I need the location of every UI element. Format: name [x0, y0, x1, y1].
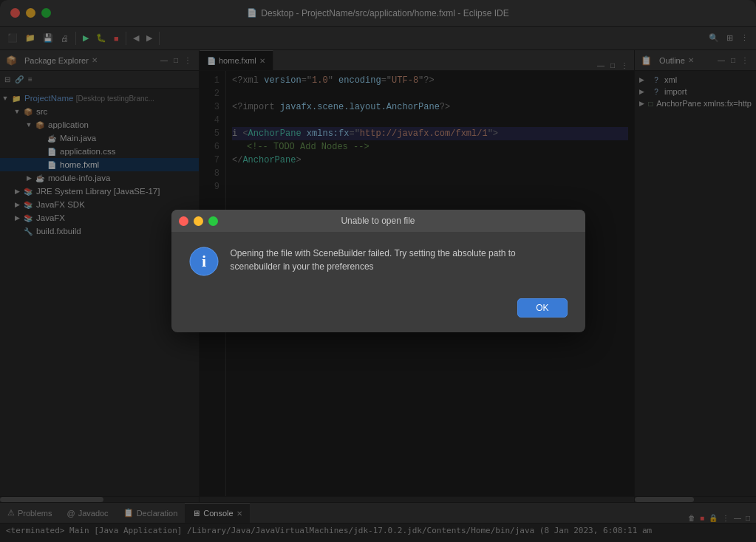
modal-message-content: Opening the file with SceneBuilder faile…	[231, 248, 516, 272]
modal-title-text: Unable to open file	[341, 216, 415, 226]
modal-info-icon: i	[189, 247, 219, 276]
modal-maximize-btn[interactable]	[208, 216, 218, 226]
modal-message-text: Opening the file with SceneBuilder faile…	[231, 247, 568, 273]
modal-minimize-btn[interactable]	[194, 216, 203, 226]
svg-text:i: i	[201, 252, 205, 270]
modal-title-bar: Unable to open file	[171, 210, 585, 232]
modal-overlay: Unable to open file i Opening the file w…	[0, 0, 756, 542]
modal-body: i Opening the file with SceneBuilder fai…	[171, 232, 585, 291]
modal-footer: OK	[171, 291, 585, 332]
modal-close-btn[interactable]	[179, 216, 188, 226]
modal-dialog: Unable to open file i Opening the file w…	[171, 210, 585, 332]
modal-window-controls[interactable]	[179, 216, 218, 226]
modal-ok-button[interactable]: OK	[517, 298, 567, 318]
